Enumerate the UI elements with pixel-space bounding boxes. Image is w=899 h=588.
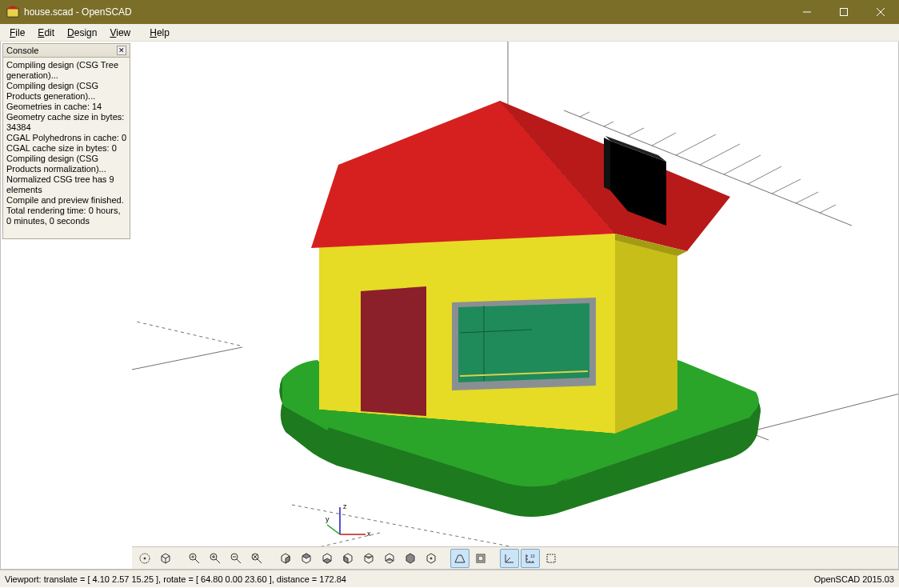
console-line: CGAL cache size in bytes: 0: [6, 143, 126, 154]
orthogonal-button[interactable]: [471, 549, 490, 568]
perspective-button[interactable]: [450, 549, 469, 568]
console-line: Compiling design (CSG Products generatio…: [6, 81, 126, 102]
svg-line-16: [772, 179, 801, 194]
console-line: Compiling design (CSG Products normaliza…: [6, 154, 126, 174]
view-all-button[interactable]: [185, 549, 204, 568]
menu-help[interactable]: Help: [143, 26, 176, 40]
status-version: OpenSCAD 2015.03: [814, 574, 894, 584]
console-line: Normalized CSG tree has 9 elements: [6, 174, 126, 195]
window-title: house.scad - OpenSCAD: [24, 6, 789, 18]
show-scale-button[interactable]: 10: [521, 549, 540, 568]
svg-line-12: [676, 134, 716, 155]
model-window: [458, 303, 589, 382]
model-render: [132, 42, 898, 546]
svg-line-18: [820, 205, 836, 213]
svg-line-15: [748, 166, 781, 184]
svg-line-17: [796, 192, 818, 203]
svg-rect-72: [547, 554, 555, 562]
zoom-in-button[interactable]: [206, 549, 225, 568]
svg-line-21: [132, 347, 242, 371]
menu-view[interactable]: View: [103, 26, 137, 40]
svg-line-64: [505, 558, 510, 562]
console-title: Console: [6, 46, 117, 55]
show-axes-button[interactable]: [500, 549, 519, 568]
svg-line-53: [237, 559, 241, 563]
svg-rect-3: [841, 9, 848, 16]
zoom-out-button[interactable]: [226, 549, 246, 568]
console-line: Compiling design (CSG Tree generation)..…: [6, 60, 126, 81]
svg-line-49: [216, 559, 220, 563]
console-line: Total rendering time: 0 hours, 0 minutes…: [6, 206, 126, 226]
model-door: [361, 286, 426, 416]
menu-design[interactable]: Design: [61, 26, 103, 40]
view-top-button[interactable]: [297, 549, 316, 568]
svg-line-25: [292, 533, 380, 546]
viewport-3d[interactable]: z x y: [132, 42, 898, 546]
console-body[interactable]: Compiling design (CSG Tree generation)..…: [3, 58, 130, 238]
svg-line-11: [652, 133, 676, 146]
svg-point-45: [144, 558, 146, 559]
svg-line-19: [136, 322, 240, 346]
view-diagonal-button[interactable]: [401, 549, 420, 568]
svg-line-8: [580, 112, 589, 117]
preview-button[interactable]: [135, 549, 154, 568]
console-header: Console ✕: [3, 44, 130, 58]
view-bottom-button[interactable]: [318, 549, 337, 568]
svg-marker-36: [604, 138, 610, 190]
svg-line-13: [700, 144, 740, 165]
svg-text:10: 10: [530, 554, 535, 558]
console-line: Geometry cache size in bytes: 34384: [6, 112, 126, 133]
view-left-button[interactable]: [338, 549, 358, 568]
svg-rect-0: [7, 9, 18, 17]
close-button[interactable]: [862, 0, 899, 24]
maximize-button[interactable]: [825, 0, 862, 24]
menubar: File Edit Design View Help: [0, 24, 899, 42]
workarea: Console ✕ Compiling design (CSG Tree gen…: [0, 42, 899, 570]
view-toolbar: 10: [132, 546, 898, 569]
render-button[interactable]: [156, 549, 175, 568]
svg-marker-26: [615, 234, 677, 434]
console-line: CGAL Polyhedrons in cache: 0: [6, 133, 126, 143]
svg-line-14: [724, 155, 761, 174]
svg-line-10: [628, 128, 644, 136]
menu-edit[interactable]: Edit: [31, 26, 61, 40]
view-front-button[interactable]: [359, 549, 378, 568]
svg-line-9: [604, 122, 613, 126]
reset-view-button[interactable]: [247, 549, 266, 568]
show-crosshairs-button[interactable]: [541, 549, 561, 568]
console-line: Compile and preview finished.: [6, 195, 126, 206]
view-back-button[interactable]: [380, 549, 399, 568]
svg-point-59: [430, 558, 432, 559]
svg-marker-1: [6, 6, 19, 9]
view-right-button[interactable]: [276, 549, 295, 568]
console-line: Geometries in cache: 14: [6, 102, 126, 112]
view-center-button[interactable]: [422, 549, 441, 568]
status-viewport: Viewport: translate = [ 4.10 2.57 15.25 …: [5, 574, 814, 584]
menu-file[interactable]: File: [3, 26, 31, 40]
titlebar: house.scad - OpenSCAD: [0, 0, 899, 24]
minimize-button[interactable]: [789, 0, 825, 24]
statusbar: Viewport: translate = [ 4.10 2.57 15.25 …: [0, 570, 899, 587]
console-close-button[interactable]: ✕: [117, 46, 126, 55]
svg-line-56: [258, 559, 262, 563]
svg-line-47: [195, 559, 199, 563]
svg-rect-61: [478, 556, 483, 561]
console-panel: Console ✕ Compiling design (CSG Tree gen…: [2, 43, 130, 239]
app-icon: [6, 6, 19, 18]
